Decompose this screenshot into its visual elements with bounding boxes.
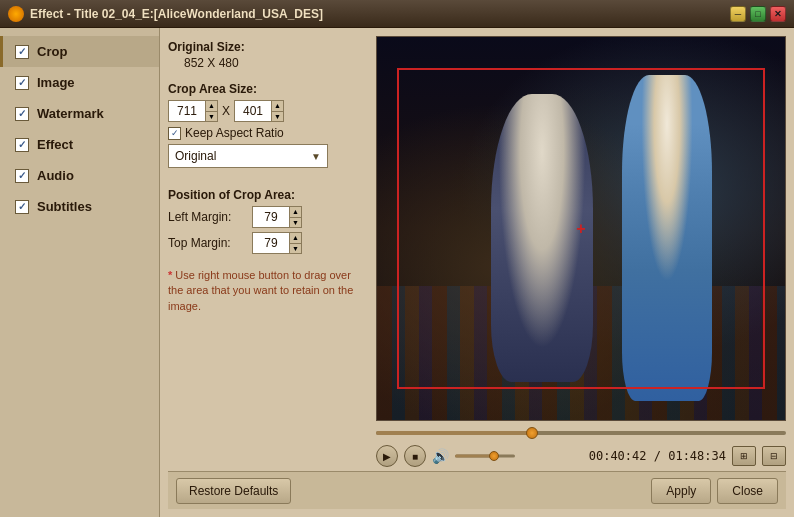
window-title: Effect - Title 02_04_E:[AliceWonderland_…	[30, 7, 730, 21]
alice-character	[622, 75, 712, 401]
left-margin-label: Left Margin:	[168, 210, 248, 224]
video-inner: +	[377, 37, 785, 420]
prev-frame-button[interactable]: ⊞	[732, 446, 756, 466]
action-buttons: Apply Close	[651, 478, 778, 504]
maximize-button[interactable]: □	[750, 6, 766, 22]
stop-button[interactable]: ■	[404, 445, 426, 467]
hint-star: *	[168, 269, 172, 281]
width-spinbox-buttons: ▲ ▼	[205, 100, 217, 122]
rabbit-character	[491, 94, 593, 381]
top-margin-row: Top Margin: ▲ ▼	[168, 232, 368, 254]
original-size-value: 852 X 480	[168, 56, 368, 70]
right-panel: Original Size: 852 X 480 Crop Area Size:…	[160, 28, 794, 517]
size-input-row: ▲ ▼ X ▲ ▼	[168, 100, 368, 122]
crop-area-label: Crop Area Size:	[168, 82, 368, 96]
left-margin-row: Left Margin: ▲ ▼	[168, 206, 368, 228]
video-controls: ▶ ■ 🔊 00:40:42 / 01:48:34	[376, 421, 786, 471]
x-separator: X	[222, 104, 230, 118]
sidebar-item-image[interactable]: ✓ Image	[0, 67, 159, 98]
progress-fill	[376, 431, 532, 435]
crop-label: Crop	[37, 44, 67, 59]
keep-aspect-label: Keep Aspect Ratio	[185, 126, 284, 140]
bottom-bar: Restore Defaults Apply Close	[168, 471, 786, 509]
width-spinbox[interactable]: ▲ ▼	[168, 100, 218, 122]
content-area: Original Size: 852 X 480 Crop Area Size:…	[168, 36, 786, 471]
stop-icon: ■	[412, 451, 418, 462]
keep-aspect-row: ✓ Keep Aspect Ratio	[168, 126, 368, 140]
subtitles-label: Subtitles	[37, 199, 92, 214]
apply-button[interactable]: Apply	[651, 478, 711, 504]
prev-frame-icon: ⊞	[740, 451, 748, 461]
crop-checkbox[interactable]: ✓	[15, 45, 29, 59]
sidebar-item-crop[interactable]: ✓ Crop	[0, 36, 159, 67]
top-margin-spinbox-buttons: ▲ ▼	[289, 232, 301, 254]
restore-defaults-button[interactable]: Restore Defaults	[176, 478, 291, 504]
subtitles-checkbox[interactable]: ✓	[15, 200, 29, 214]
video-preview[interactable]: +	[376, 36, 786, 421]
watermark-label: Watermark	[37, 106, 104, 121]
effect-label: Effect	[37, 137, 73, 152]
preview-panel: + ▶	[376, 36, 786, 471]
window-controls: ─ □ ✕	[730, 6, 786, 22]
dropdown-arrow-icon: ▼	[311, 151, 321, 162]
audio-checkbox[interactable]: ✓	[15, 169, 29, 183]
top-margin-up-button[interactable]: ▲	[289, 232, 301, 244]
progress-track	[376, 431, 786, 435]
left-margin-down-button[interactable]: ▼	[289, 218, 301, 229]
original-size-label: Original Size:	[168, 40, 368, 54]
left-margin-up-button[interactable]: ▲	[289, 206, 301, 218]
close-window-button[interactable]: ✕	[770, 6, 786, 22]
volume-track	[455, 455, 515, 458]
crop-area-section: Crop Area Size: ▲ ▼ X	[168, 82, 368, 168]
effect-checkbox[interactable]: ✓	[15, 138, 29, 152]
top-margin-down-button[interactable]: ▼	[289, 244, 301, 255]
sidebar-item-effect[interactable]: ✓ Effect	[0, 129, 159, 160]
image-label: Image	[37, 75, 75, 90]
left-margin-spinbox-buttons: ▲ ▼	[289, 206, 301, 228]
dropdown-value: Original	[175, 149, 216, 163]
progress-thumb[interactable]	[526, 427, 538, 439]
height-down-button[interactable]: ▼	[271, 112, 283, 123]
next-frame-button[interactable]: ⊟	[762, 446, 786, 466]
play-icon: ▶	[383, 451, 391, 462]
progress-bar[interactable]	[376, 427, 786, 439]
dropdown-row: Original ▼	[168, 144, 368, 168]
height-spinbox[interactable]: ▲ ▼	[234, 100, 284, 122]
audio-label: Audio	[37, 168, 74, 183]
volume-thumb[interactable]	[489, 451, 499, 461]
sidebar-item-audio[interactable]: ✓ Audio	[0, 160, 159, 191]
keep-aspect-checkbox[interactable]: ✓	[168, 127, 181, 140]
controls-panel: Original Size: 852 X 480 Crop Area Size:…	[168, 36, 368, 471]
width-down-button[interactable]: ▼	[205, 112, 217, 123]
sidebar-item-subtitles[interactable]: ✓ Subtitles	[0, 191, 159, 222]
close-button[interactable]: Close	[717, 478, 778, 504]
top-margin-input[interactable]	[253, 233, 289, 253]
sidebar-item-watermark[interactable]: ✓ Watermark	[0, 98, 159, 129]
width-input[interactable]	[169, 101, 205, 121]
main-area: ✓ Crop ✓ Image ✓ Watermark ✓ Effect ✓	[0, 28, 794, 517]
position-label: Position of Crop Area:	[168, 188, 368, 202]
position-section: Position of Crop Area: Left Margin: ▲ ▼	[168, 188, 368, 254]
top-margin-label: Top Margin:	[168, 236, 248, 250]
playback-row: ▶ ■ 🔊 00:40:42 / 01:48:34	[376, 445, 786, 467]
time-display: 00:40:42 / 01:48:34	[521, 449, 726, 463]
play-button[interactable]: ▶	[376, 445, 398, 467]
app-icon	[8, 6, 24, 22]
width-up-button[interactable]: ▲	[205, 100, 217, 112]
sidebar: ✓ Crop ✓ Image ✓ Watermark ✓ Effect ✓	[0, 28, 160, 517]
image-checkbox[interactable]: ✓	[15, 76, 29, 90]
left-margin-spinbox[interactable]: ▲ ▼	[252, 206, 302, 228]
watermark-checkbox[interactable]: ✓	[15, 107, 29, 121]
height-spinbox-buttons: ▲ ▼	[271, 100, 283, 122]
height-up-button[interactable]: ▲	[271, 100, 283, 112]
volume-icon: 🔊	[432, 448, 449, 464]
hint-text: Use right mouse button to drag over the …	[168, 269, 353, 312]
minimize-button[interactable]: ─	[730, 6, 746, 22]
top-margin-spinbox[interactable]: ▲ ▼	[252, 232, 302, 254]
aspect-ratio-dropdown[interactable]: Original ▼	[168, 144, 328, 168]
hint-section: * Use right mouse button to drag over th…	[168, 268, 368, 314]
volume-slider[interactable]	[455, 451, 515, 461]
title-bar: Effect - Title 02_04_E:[AliceWonderland_…	[0, 0, 794, 28]
height-input[interactable]	[235, 101, 271, 121]
left-margin-input[interactable]	[253, 207, 289, 227]
